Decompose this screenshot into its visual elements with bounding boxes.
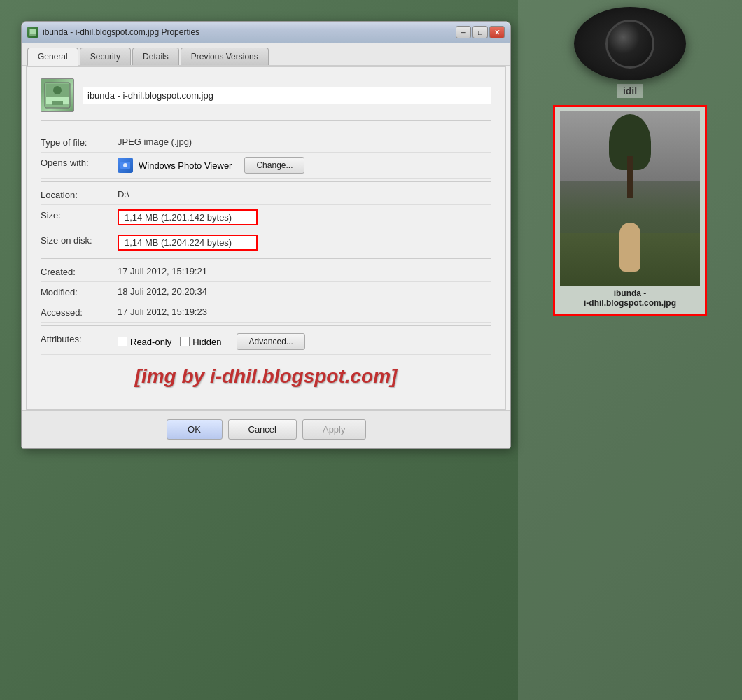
attributes-label: Attributes: [41, 333, 118, 344]
svg-point-8 [123, 163, 127, 167]
dialog-buttons: OK Cancel Apply [22, 410, 510, 448]
dialog-title: ibunda - i-dhil.blogspot.com.jpg Propert… [43, 27, 200, 37]
advanced-button[interactable]: Advanced... [237, 333, 304, 350]
svg-point-5 [53, 86, 62, 94]
apply-button[interactable]: Apply [302, 419, 366, 440]
file-icon-small [41, 78, 74, 112]
camera-lens [606, 20, 654, 69]
change-button[interactable]: Change... [244, 157, 304, 174]
opens-with-value: Windows Photo Viewer Change... [118, 157, 304, 174]
photo-scene [560, 111, 700, 286]
location-label: Location: [41, 189, 118, 200]
svg-rect-1 [30, 29, 36, 34]
minimize-button[interactable]: ─ [456, 26, 471, 38]
tree-trunk [627, 156, 633, 198]
tab-strip: General Security Details Previous Versio… [22, 43, 510, 66]
type-row: Type of file: JPEG image (.jpg) [41, 132, 491, 153]
size-on-disk-row: Size on disk: 1,14 MB (1.204.224 bytes) [41, 230, 491, 255]
attrs-row: Read-only Hidden Advanced... [118, 333, 305, 350]
created-row: Created: 17 Juli 2012, 15:19:21 [41, 262, 491, 282]
svg-rect-6 [52, 101, 63, 105]
title-bar: ibunda - i-dhil.blogspot.com.jpg Propert… [22, 22, 510, 43]
readonly-checkbox-group: Read-only [118, 337, 172, 347]
attributes-row: Attributes: Read-only Hidden Advanced... [41, 329, 491, 355]
created-label: Created: [41, 266, 118, 277]
file-name-input[interactable] [83, 87, 491, 104]
modified-row: Modified: 18 Juli 2012, 20:20:34 [41, 282, 491, 302]
opens-value: Windows Photo Viewer [139, 160, 232, 171]
modified-label: Modified: [41, 286, 118, 298]
dialog-content: Type of file: JPEG image (.jpg) Opens wi… [26, 66, 506, 410]
user-label: idil [617, 84, 643, 98]
photo-person [620, 223, 640, 272]
cancel-button[interactable]: Cancel [228, 419, 297, 440]
type-label: Type of file: [41, 136, 118, 148]
size-on-disk-value: 1,14 MB (1.204.224 bytes) [118, 234, 258, 251]
created-value: 17 Juli 2012, 15:19:21 [118, 266, 491, 276]
title-bar-buttons: ─ □ ✕ [456, 26, 505, 38]
accessed-row: Accessed: 17 Juli 2012, 15:19:23 [41, 302, 491, 323]
file-header [41, 78, 491, 121]
watermark: [img by i-dhil.blogspot.com] [41, 355, 491, 398]
camera-area: idil [532, 7, 728, 98]
ok-button[interactable]: OK [167, 419, 223, 440]
tab-details[interactable]: Details [132, 48, 179, 65]
type-value: JPEG image (.jpg) [118, 136, 491, 147]
accessed-label: Accessed: [41, 307, 118, 318]
properties-dialog: ibunda - i-dhil.blogspot.com.jpg Propert… [21, 21, 511, 449]
file-label: ibunda - i-dhil.blogspot.com.jpg [582, 286, 678, 311]
size-on-disk-label: Size on disk: [41, 234, 118, 246]
right-panel: idil ibunda - i-dhil.blogspot.com.jpg [518, 0, 742, 700]
title-bar-left: ibunda - i-dhil.blogspot.com.jpg Propert… [27, 27, 200, 38]
file-thumbnail [560, 111, 700, 286]
close-button[interactable]: ✕ [489, 26, 505, 38]
hidden-checkbox-group: Hidden [180, 337, 221, 347]
tab-general[interactable]: General [27, 48, 78, 66]
tab-security[interactable]: Security [80, 48, 131, 65]
opens-with-row: Opens with: Windows Photo Viewer Change.… [41, 153, 491, 178]
location-row: Location: D:\ [41, 185, 491, 205]
accessed-value: 17 Juli 2012, 15:19:23 [118, 307, 491, 317]
size-row: Size: 1,14 MB (1.201.142 bytes) [41, 205, 491, 230]
tab-previous-versions[interactable]: Previous Versions [181, 48, 269, 65]
separator-3 [41, 326, 491, 326]
size-value: 1,14 MB (1.201.142 bytes) [118, 209, 258, 225]
opens-label: Opens with: [41, 157, 118, 168]
readonly-checkbox[interactable] [118, 337, 127, 346]
location-value: D:\ [118, 189, 491, 200]
hidden-label: Hidden [192, 337, 221, 347]
file-icon [27, 27, 38, 38]
modified-value: 18 Juli 2012, 20:20:34 [118, 286, 491, 297]
size-label: Size: [41, 209, 118, 220]
maximize-button[interactable]: □ [472, 26, 488, 38]
photo-tree [609, 114, 651, 198]
hidden-checkbox[interactable] [180, 337, 190, 346]
file-icon-container[interactable]: ibunda - i-dhil.blogspot.com.jpg [553, 105, 707, 316]
readonly-label: Read-only [130, 337, 172, 347]
separator-2 [41, 258, 491, 259]
photo-viewer-icon [118, 158, 133, 173]
separator-1 [41, 181, 491, 182]
camera-image [574, 7, 686, 80]
